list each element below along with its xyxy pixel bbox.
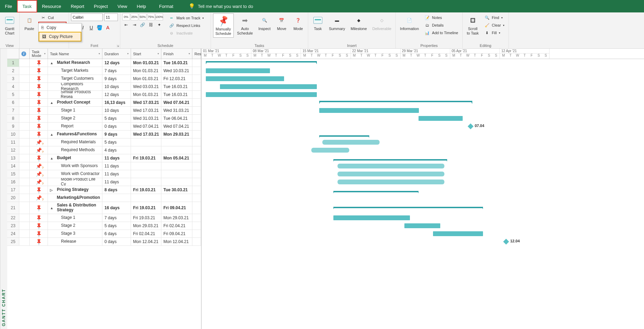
table-row[interactable]: 10 📌 ▲Features&Functions 9 days Wed 17.0… (7, 130, 201, 138)
gantt-row[interactable] (202, 107, 644, 115)
gantt-bar[interactable] (206, 61, 317, 65)
cell-duration[interactable]: 6 days (102, 230, 131, 238)
cell-info[interactable] (19, 59, 30, 67)
find-button[interactable]: 🔍 Find ▾ (482, 14, 506, 21)
cell-start[interactable]: Mon 01.03.21 (131, 67, 161, 75)
notes-button[interactable]: 📝 Notes (422, 14, 460, 21)
cell-resources[interactable] (192, 99, 201, 106)
pct-0-button[interactable]: 0% (122, 13, 130, 20)
menu-help[interactable]: Help (132, 0, 151, 12)
cell-task-name[interactable]: ▲Budget (48, 154, 102, 162)
pct-75-button[interactable]: 75% (147, 13, 155, 20)
outline-toggle[interactable]: ▲ (50, 133, 53, 136)
gantt-row[interactable] (202, 178, 644, 186)
gantt-bar[interactable] (333, 215, 410, 220)
cell-mode[interactable]: 📌 (30, 107, 48, 114)
cell-finish[interactable]: Tue 06.04.21 (161, 115, 192, 122)
cell-finish[interactable]: Mon 05.04.21 (161, 154, 192, 162)
cell-finish[interactable] (161, 194, 192, 202)
cell-duration[interactable]: 12 days (102, 59, 131, 67)
move-button[interactable]: 📅 Move (274, 13, 289, 32)
cell-duration[interactable]: 0 days (102, 123, 131, 130)
cell-info[interactable] (19, 154, 30, 162)
cell-task-name[interactable]: Required Materials (48, 138, 102, 146)
cell-duration[interactable]: 11 days (102, 154, 131, 162)
cell-resources[interactable] (192, 59, 201, 67)
outline-toggle[interactable]: ▲ (50, 156, 53, 160)
row-number[interactable]: 22 (7, 214, 19, 222)
cell-info[interactable] (19, 194, 30, 202)
cell-duration[interactable]: 4 days (102, 146, 131, 154)
gantt-bar[interactable] (419, 116, 463, 121)
cell-start[interactable]: Fri 19.03.21 (131, 202, 161, 214)
cell-resources[interactable] (192, 91, 201, 98)
cell-task-name[interactable]: Target Customers (48, 75, 102, 83)
cell-start[interactable]: Wed 03.03.21 (131, 83, 161, 90)
cell-start[interactable]: Mon 01.03.21 (131, 59, 161, 67)
cell-duration[interactable]: 11 days (102, 162, 131, 170)
table-row[interactable]: 9 📌 Report 0 days Wed 07.04.21 Wed 07.04… (7, 123, 201, 130)
font-size-select[interactable] (104, 13, 118, 21)
cell-task-name[interactable]: Marketing&Promotion (48, 194, 102, 202)
gantt-bar[interactable] (338, 180, 444, 184)
cell-finish[interactable] (161, 162, 192, 170)
cell-resources[interactable] (192, 230, 201, 238)
row-number[interactable]: 10 (7, 130, 19, 138)
menu-report[interactable]: Report (66, 0, 89, 12)
gantt-row[interactable] (202, 194, 644, 202)
row-number[interactable]: 14 (7, 162, 19, 170)
header-start[interactable]: Start▾ (131, 49, 161, 59)
cell-mode[interactable]: 📌 (30, 123, 48, 130)
inspect-button[interactable]: 🔍 Inspect (256, 13, 272, 32)
link-button[interactable]: 🔗 (139, 21, 147, 28)
gantt-bar[interactable] (433, 231, 483, 236)
insert-task-button[interactable]: Task (310, 13, 325, 32)
cell-task-name[interactable]: Stage 2 (48, 115, 102, 122)
gantt-bar[interactable] (311, 148, 349, 153)
cell-info[interactable] (19, 214, 30, 222)
fill-button[interactable]: ⬇ Fill ▾ (482, 29, 506, 36)
table-row[interactable]: 4 📌 Competitors Research 10 days Wed 03.… (7, 83, 201, 91)
cell-finish[interactable]: Fri 12.03.21 (161, 75, 192, 83)
cell-mode[interactable]: 📌 (30, 238, 48, 245)
header-resources[interactable]: Res (192, 49, 201, 59)
cell-start[interactable]: Fri 02.04.21 (131, 230, 161, 238)
cell-task-name[interactable]: Stage 3 (48, 230, 102, 238)
table-row[interactable]: 11 📌 Required Materials 5 days (7, 138, 201, 146)
copy-picture-button[interactable]: 🖼 Copy Picture (39, 32, 81, 41)
header-finish[interactable]: Finish▾ (161, 49, 192, 59)
cell-resources[interactable] (192, 178, 201, 186)
cell-finish[interactable] (161, 146, 192, 154)
gantt-bar[interactable] (206, 76, 284, 81)
cell-task-name[interactable]: Stage 1 (48, 214, 102, 222)
milestone-marker[interactable] (503, 239, 509, 245)
cell-start[interactable]: Wed 31.03.21 (131, 115, 161, 122)
gantt-row[interactable] (202, 83, 644, 91)
gantt-row[interactable] (202, 138, 644, 146)
table-row[interactable]: 6 📌 ▲Product Concept 16,13 days Wed 17.0… (7, 99, 201, 107)
gantt-row[interactable] (202, 214, 644, 222)
table-row[interactable]: 24 📌 Stage 3 6 days Fri 02.04.21 Fri 09.… (7, 230, 201, 238)
cell-info[interactable] (19, 123, 30, 130)
cell-mode[interactable]: 📌 (30, 214, 48, 222)
cell-start[interactable]: Mon 01.03.21 (131, 91, 161, 98)
row-number[interactable]: 15 (7, 170, 19, 178)
cell-finish[interactable]: Wed 31.03.21 (161, 107, 192, 114)
cell-mode[interactable]: 📌 (30, 130, 48, 138)
tell-me-search[interactable]: 💡 Tell me what you want to do (189, 0, 253, 12)
cell-info[interactable] (19, 202, 30, 214)
menu-task[interactable]: Task (17, 0, 37, 12)
cell-info[interactable] (19, 162, 30, 170)
cell-mode[interactable]: 📌 (30, 170, 48, 178)
summary-button[interactable]: ▬ Summary (327, 13, 347, 32)
cell-start[interactable]: Wed 17.03.21 (131, 130, 161, 138)
row-number[interactable]: 12 (7, 146, 19, 154)
cell-task-name[interactable]: Competitors Research (48, 83, 102, 90)
cell-mode[interactable]: 📌 (30, 202, 48, 214)
row-number[interactable]: 17 (7, 186, 19, 194)
cell-info[interactable] (19, 75, 30, 83)
row-number[interactable]: 25 (7, 238, 19, 245)
gantt-row[interactable] (202, 59, 644, 67)
cell-resources[interactable] (192, 75, 201, 83)
cell-task-name[interactable]: Stage 2 (48, 222, 102, 230)
